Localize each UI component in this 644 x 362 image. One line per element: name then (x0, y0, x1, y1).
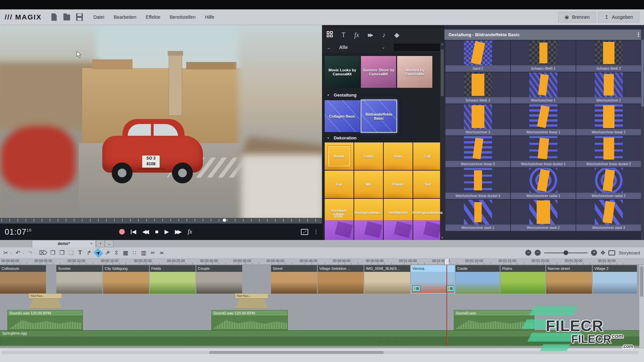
audio-clip[interactable]: Sound2.wav 120.00 BPM (211, 310, 288, 330)
close-icon[interactable]: × (90, 240, 93, 247)
effect-tile[interactable]: Weichzeichner stark 3 (576, 200, 641, 231)
effects-scrollbar[interactable] (641, 29, 644, 240)
title-clip[interactable]: Titel Ran... (29, 293, 62, 309)
storyboard-toggle[interactable]: Storyboard (619, 250, 640, 255)
preview-fx-button[interactable]: fx (188, 228, 192, 235)
toolbar-object-stretch-button[interactable]: ⇳ (113, 249, 120, 256)
timeline-clip-street[interactable]: Street (271, 265, 317, 294)
panel-tab-templates-icon[interactable] (327, 31, 333, 39)
zoom-slider-knob[interactable] (564, 250, 568, 255)
scroll-up-icon[interactable]: ∧ (440, 43, 444, 46)
toolbar-rotate-button[interactable]: ↱ (86, 249, 93, 256)
toolbar-range-mode-button[interactable]: ⇥ (104, 249, 111, 256)
gestaltung-tile[interactable]: Bildrandeffekte Basic (361, 100, 396, 132)
dekoration-tile[interactable]: Full (413, 142, 442, 170)
transition-ab-marker[interactable]: AB (412, 286, 420, 292)
save-project-icon[interactable] (76, 13, 83, 21)
playhead-line[interactable] (446, 265, 447, 346)
toolbar-ungroup-button[interactable]: ≍ (158, 249, 165, 256)
menu-effekte[interactable]: Effekte (146, 14, 160, 20)
panel-tab-audio-icon[interactable]: ♪ (382, 31, 385, 39)
scroll-down-icon[interactable]: ∨ (440, 236, 444, 239)
dekoration-tile[interactable]: Text (413, 171, 442, 198)
menu-bearbeiten[interactable]: Bearbeiten (114, 14, 137, 20)
gestaltung-tile[interactable]: Collagen Basic (325, 100, 360, 132)
timeline-clip-village-selektive-[interactable]: Village Selektive ... (318, 265, 364, 294)
toolbar-mouse-mode-button[interactable]: ➤ (95, 249, 102, 257)
filter-label[interactable]: Alle (339, 45, 348, 50)
open-project-icon[interactable] (63, 13, 70, 21)
stop-button[interactable]: ■ (155, 229, 158, 235)
effect-tile[interactable]: Weichzeichner 2 (576, 72, 641, 104)
zoom-in-button[interactable]: + (591, 250, 597, 256)
effect-tile[interactable]: Weichzeichner radial 2 (576, 168, 641, 199)
audio-clip[interactable]: Sound3.wav (454, 310, 534, 330)
toolbar-undo-dropdown-icon[interactable]: ⌄ (22, 251, 25, 254)
chevron-down-icon[interactable]: ⌄ (382, 45, 385, 50)
panel-scrollbar[interactable]: ∧ ∨ (440, 42, 444, 240)
export-button[interactable]: ↥ Ausgeben (598, 12, 639, 22)
section-header-dekoration[interactable]: ▾ Dekoration (322, 134, 444, 142)
zoom-slider[interactable] (544, 252, 588, 253)
scrub-playhead-dot[interactable] (223, 219, 226, 222)
title-clip[interactable]: Titel Ran... (235, 293, 268, 309)
template-pack-thumbnail[interactable]: Summer Shore by CameraMX (361, 56, 396, 88)
panel-menu-icon[interactable]: ⋮ (636, 31, 641, 38)
transition-ab-marker[interactable]: AB (446, 286, 454, 292)
effect-tile[interactable]: Weichzeichner stark 2 (511, 200, 576, 231)
monitor-icon[interactable] (608, 250, 615, 255)
effect-tile[interactable]: Weichzeichner radial 1 (511, 168, 576, 199)
pan-mode-icon[interactable]: ✥ (600, 249, 605, 256)
dekoration-tile[interactable]: Border (325, 142, 354, 170)
panel-tab-titles-icon[interactable]: T (341, 31, 345, 39)
fullscreen-icon[interactable]: ⤢ (301, 229, 308, 235)
stil-tile[interactable]: 3D Fototisch (325, 220, 354, 240)
timeline-clip-fields[interactable]: Fields (150, 265, 196, 294)
effect-tile[interactable]: Weichzeichner 1 (511, 72, 576, 104)
tab-list-chevron-icon[interactable]: ⌄ (105, 240, 113, 247)
toolbar-undo-button[interactable]: ↶⌄ (15, 249, 25, 256)
menu-datei[interactable]: Datei (93, 14, 104, 20)
panel-tab-transitions-icon[interactable]: ▶▶ (368, 32, 374, 38)
effect-tile[interactable]: Schwarz-Weiß 3 (445, 72, 510, 104)
dekoration-tile[interactable]: Fun (325, 171, 354, 198)
audio-clip[interactable]: Sound1.wav 120.00 BPM (7, 310, 83, 330)
toolbar-cut-dropdown-icon[interactable]: ⌄ (10, 251, 12, 254)
video-preview-image[interactable]: SO 38108 (0, 25, 322, 218)
effect-tile[interactable]: Weichzeichner linear 3 (445, 136, 510, 167)
back-icon[interactable]: ← (327, 45, 332, 50)
timeline-clip-img-0098-3eae5-[interactable]: IMG_0098_3EAE5... (364, 265, 410, 294)
timeline-clip-colloseum[interactable]: Colloseum (0, 265, 46, 294)
new-project-icon[interactable] (50, 13, 58, 21)
panel-tab-effects-icon[interactable]: fx (354, 31, 359, 39)
zoom-out-full-button[interactable]: − (525, 250, 531, 256)
timeline-clip-verona[interactable]: VeronaABAB (411, 265, 455, 294)
skip-start-button[interactable]: ◀ (131, 228, 136, 235)
record-button[interactable] (119, 229, 125, 235)
timeline-clip-village-2[interactable]: Village 2 (593, 265, 637, 294)
timeline-ruler[interactable]: 00:00:00:0000:00:05:0000:00:10:0000:00:1… (0, 258, 644, 265)
effect-tile[interactable]: Weichzeichner stark 1 (445, 200, 510, 231)
fast-forward-button[interactable]: ▶▶ (175, 228, 182, 235)
preview-menu-icon[interactable]: ⋮ (313, 228, 319, 235)
timeline-clip-narrow-street[interactable]: Narrow street (546, 265, 592, 294)
effect-tile[interactable]: Weichzeichner 3 (445, 104, 510, 135)
search-input[interactable] (394, 44, 441, 51)
effect-tile[interactable]: Sand 2 (445, 41, 510, 72)
play-button[interactable]: ▶ (165, 228, 169, 235)
toolbar-title-button[interactable]: T (77, 249, 84, 256)
effect-tile[interactable]: Weichzeichner linear dunkel 1 (511, 136, 576, 167)
burn-button[interactable]: ◉ Brennen (558, 12, 596, 22)
template-pack-thumbnail[interactable]: Washed by CameraMX (397, 56, 432, 88)
scrollbar-thumb[interactable] (441, 49, 444, 96)
dekoration-tile[interactable]: Comic (354, 142, 383, 170)
toolbar-snap-button[interactable]: ∷ (131, 249, 138, 256)
timeline-clip-castle[interactable]: Castle (455, 265, 500, 294)
timeline-clip-plains[interactable]: Plains (500, 265, 545, 294)
music-clip-springtime[interactable]: Springtime.ogg (0, 330, 644, 346)
stil-tile[interactable]: Chillout - Bewegung (413, 220, 442, 240)
playhead-cap[interactable] (444, 258, 449, 265)
horizontal-scrollbar[interactable] (1, 351, 639, 354)
dekoration-tile[interactable]: Pointer (384, 171, 413, 198)
effect-tile[interactable]: Weichzeichner linear 1 (511, 104, 576, 135)
